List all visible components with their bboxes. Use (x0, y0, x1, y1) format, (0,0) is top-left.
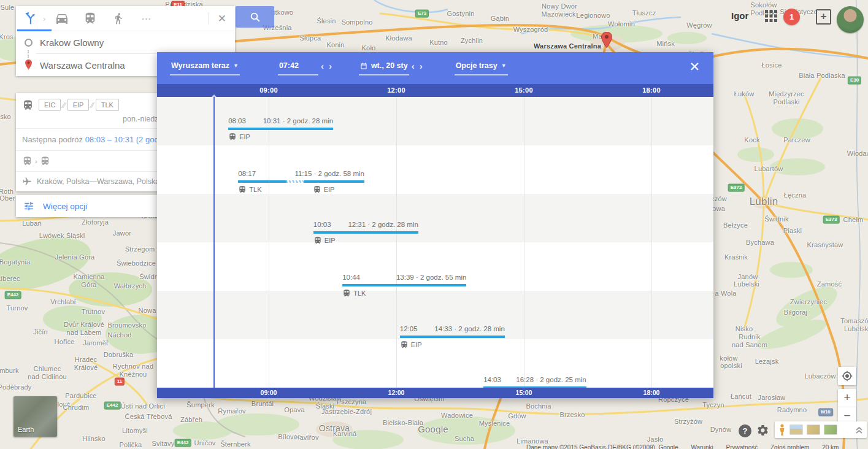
tab-walking[interactable] (110, 11, 126, 26)
map-label: Żychlin (461, 37, 483, 45)
earth-view-toggle[interactable]: Earth (13, 396, 57, 437)
map-label: Hlinsko (82, 435, 105, 443)
map-label: Warszawa Centralna (534, 42, 601, 50)
trip-arrive-duration[interactable]: 13:39 · 2 godz. 55 min (396, 274, 466, 281)
map-label: Bychawa (746, 239, 774, 247)
search-icon (250, 12, 261, 23)
time-field[interactable]: 07:42 (278, 61, 318, 75)
tab-more-modes[interactable]: ⋯ (139, 11, 155, 26)
map-label: Nisko (735, 325, 753, 333)
notification-badge[interactable]: 1 (783, 9, 800, 25)
train-icon (313, 185, 321, 194)
trip-depart-time[interactable]: 08:17 (238, 170, 256, 177)
map-label: Wołomin (608, 20, 635, 28)
leg-mode-label: TLK (249, 186, 261, 193)
trip-leg[interactable]: TLK (238, 185, 261, 194)
map-label: Gąbin (491, 15, 509, 23)
trip-bar-segment[interactable] (238, 180, 286, 183)
help-button[interactable]: ? (739, 424, 751, 437)
trip-arrive-duration[interactable]: 14:33 · 2 godz. 28 min (434, 325, 504, 332)
map-label: Bielsko-Biała (383, 419, 423, 427)
trip-leg[interactable]: EIP (313, 236, 336, 245)
date-prev-arrow[interactable]: ‹ (409, 61, 417, 75)
avatar[interactable] (837, 6, 864, 33)
origin-input[interactable]: Krakow Glowny (40, 37, 235, 48)
date-group: wt., 20 sty ‹ › (359, 61, 425, 75)
user-name[interactable]: Igor (731, 10, 748, 21)
terms-link[interactable]: Warunki (691, 444, 713, 449)
search-button[interactable] (236, 6, 274, 28)
trip-leg[interactable]: EIP (400, 340, 422, 349)
axis-tick: 12:00 (387, 86, 405, 94)
time-prev-arrow[interactable]: ‹ (318, 61, 326, 75)
trip-bar-segment[interactable] (286, 180, 304, 183)
map-label: Lwówek Śląski (39, 232, 85, 240)
timeline-content: 08:0310:31 · 2 godz. 28 minEIP08:1711:15… (157, 97, 713, 388)
walk-icon (112, 12, 125, 25)
tab-transit[interactable] (82, 11, 98, 26)
trip-depart-time[interactable]: 10:44 (342, 274, 360, 281)
earth-label: Earth (18, 426, 34, 433)
map-label: Hořice (55, 338, 75, 346)
line-chip-eip[interactable]: EIP (67, 99, 90, 111)
trip-bar-segment[interactable] (228, 128, 333, 130)
trip-bar-segment[interactable] (313, 231, 418, 234)
trip-leg[interactable]: EIP (228, 132, 250, 141)
map-label: Polička (120, 441, 142, 449)
add-box-icon[interactable]: + (816, 9, 831, 25)
time-next-arrow[interactable]: › (326, 61, 334, 75)
date-field[interactable]: wt., 20 sty (359, 61, 409, 75)
next-trip-label: Następna podróż (22, 135, 85, 144)
map-label: Kros (0, 33, 13, 41)
trip-leg[interactable]: TLK (342, 289, 366, 297)
map-label: Bochnia (526, 402, 551, 410)
depart-mode-dropdown[interactable]: Wyruszam teraz ▼ (170, 61, 240, 75)
trip-bar-segment[interactable] (342, 284, 466, 286)
trip-arrive-duration[interactable]: 11:15 · 2 godz. 58 min (294, 170, 364, 177)
zoom-in-button[interactable]: + (838, 389, 856, 407)
my-location-button[interactable] (838, 367, 856, 385)
layer-thumb-relief[interactable] (824, 424, 837, 435)
trip-leg[interactable]: EIP (313, 185, 335, 194)
tune-sliders-icon (23, 201, 34, 212)
map-label: Parczew (783, 136, 810, 144)
map-label: Chełm (843, 216, 864, 224)
line-chip-eic[interactable]: EIC (39, 99, 61, 111)
map-label: Zábřeh (180, 416, 202, 424)
tab-driving[interactable] (54, 11, 70, 26)
tab-directions[interactable] (22, 11, 38, 26)
trip-bar-segment[interactable] (304, 180, 364, 183)
pegman-icon[interactable] (778, 424, 786, 436)
trip-arrive-duration[interactable]: 12:31 · 2 godz. 28 min (348, 221, 418, 228)
close-schedule-icon[interactable]: ✕ (689, 60, 700, 73)
map-label: Krasnystaw (807, 241, 843, 249)
close-directions-icon[interactable]: ✕ (215, 12, 229, 25)
zoom-controls: + − (838, 389, 856, 424)
layer-thumb-satellite[interactable] (789, 424, 803, 435)
trip-depart-time[interactable]: 12:05 (400, 325, 418, 332)
trip-depart-time[interactable]: 14:03 (483, 376, 501, 383)
line-chip-tlk[interactable]: TLK (96, 99, 119, 111)
trip-arrive-duration[interactable]: 16:28 · 2 godz. 25 min (516, 376, 586, 383)
map-label: opolski (720, 362, 742, 370)
map-label: Wyszogród (513, 26, 548, 34)
road-shield: 11 (115, 378, 125, 386)
trip-bar-segment[interactable] (400, 336, 505, 338)
settings-gear-icon[interactable] (756, 424, 769, 437)
map-label: Dynów (710, 426, 732, 434)
map-label: Česká Třebová (125, 413, 172, 421)
trip-depart-time[interactable]: 08:03 (228, 117, 246, 125)
trip-arrive-duration[interactable]: 10:31 · 2 godz. 28 min (263, 117, 333, 125)
privacy-link[interactable]: Prywatność (726, 444, 758, 449)
layer-thumb-terrain[interactable] (807, 424, 820, 435)
map-label: Jičín (33, 328, 48, 336)
route-options-dropdown[interactable]: Opcje trasy ▼ (455, 61, 508, 75)
trip-depart-time[interactable]: 10:03 (313, 221, 331, 228)
report-problem-link[interactable]: Zgłoś problem (770, 444, 809, 449)
date-next-arrow[interactable]: › (417, 61, 425, 75)
origin-dot-icon (25, 39, 33, 47)
scale-label: 20 km (822, 444, 839, 449)
apps-grid-icon[interactable] (764, 9, 778, 23)
collapse-chevrons-icon[interactable] (855, 426, 863, 434)
destination-map-pin[interactable] (601, 32, 612, 49)
